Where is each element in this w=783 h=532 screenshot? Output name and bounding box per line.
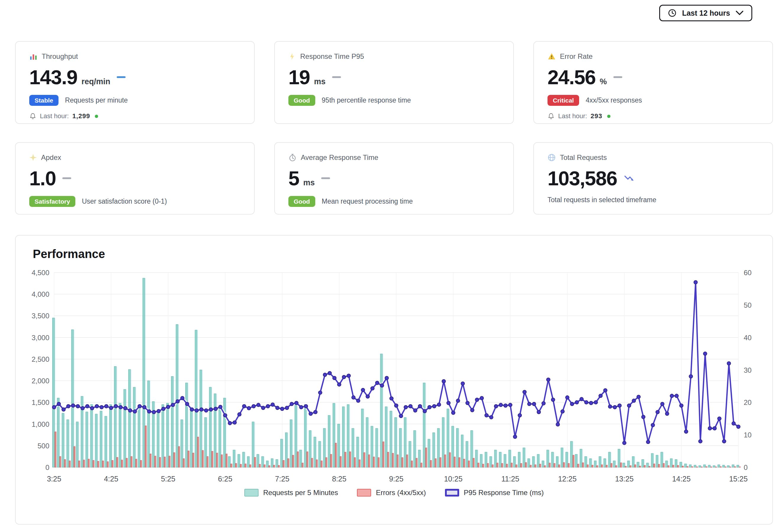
bar-errors[interactable] (616, 466, 617, 467)
bar-requests[interactable] (138, 407, 140, 467)
p95-point[interactable] (418, 405, 421, 408)
p95-point[interactable] (114, 405, 118, 408)
bar-errors[interactable] (587, 465, 589, 467)
bar-errors[interactable] (601, 465, 603, 467)
bar-requests[interactable] (480, 454, 482, 467)
bar-errors[interactable] (269, 466, 270, 467)
p95-point[interactable] (485, 413, 489, 417)
bar-requests[interactable] (371, 426, 373, 467)
bar-requests[interactable] (546, 450, 549, 467)
p95-point[interactable] (589, 401, 593, 405)
bar-requests[interactable] (162, 405, 164, 467)
bar-requests[interactable] (333, 403, 335, 467)
bar-requests[interactable] (347, 405, 349, 467)
bar-requests[interactable] (613, 461, 615, 467)
p95-point[interactable] (490, 415, 493, 419)
bar-requests[interactable] (513, 456, 515, 467)
bar-requests[interactable] (124, 389, 126, 467)
bar-requests[interactable] (632, 456, 634, 467)
bar-errors[interactable] (169, 456, 170, 467)
bar-requests[interactable] (414, 431, 416, 467)
p95-point[interactable] (641, 415, 645, 419)
p95-point[interactable] (613, 406, 617, 409)
bar-requests[interactable] (190, 411, 192, 467)
p95-point[interactable] (338, 383, 341, 386)
bar-requests[interactable] (380, 354, 382, 467)
p95-point[interactable] (257, 403, 260, 407)
bar-requests[interactable] (457, 428, 459, 467)
p95-point[interactable] (466, 401, 469, 405)
p95-point[interactable] (128, 409, 132, 412)
p95-point[interactable] (318, 391, 322, 394)
bar-errors[interactable] (102, 461, 104, 467)
bar-requests[interactable] (57, 398, 59, 467)
p95-point[interactable] (508, 403, 512, 407)
bar-requests[interactable] (385, 407, 387, 467)
p95-point[interactable] (71, 404, 75, 407)
bar-requests[interactable] (219, 409, 221, 467)
bar-requests[interactable] (551, 452, 554, 467)
p95-point[interactable] (637, 395, 640, 399)
p95-point[interactable] (585, 401, 588, 404)
bar-errors[interactable] (74, 446, 75, 467)
p95-point[interactable] (238, 413, 241, 416)
bar-errors[interactable] (155, 456, 156, 467)
p95-point[interactable] (737, 425, 740, 429)
bar-errors[interactable] (240, 464, 241, 467)
bar-requests[interactable] (732, 465, 734, 467)
bar-errors[interactable] (649, 466, 650, 467)
p95-point[interactable] (475, 398, 479, 402)
bar-errors[interactable] (93, 461, 94, 467)
p95-point[interactable] (523, 390, 526, 394)
p95-point[interactable] (433, 405, 436, 408)
bar-errors[interactable] (83, 460, 85, 467)
bar-errors[interactable] (715, 467, 717, 467)
bar-errors[interactable] (359, 460, 361, 467)
bar-errors[interactable] (630, 466, 631, 467)
bar-requests[interactable] (608, 452, 610, 467)
bar-requests[interactable] (71, 330, 73, 467)
bar-errors[interactable] (478, 463, 479, 467)
bar-requests[interactable] (528, 459, 530, 467)
bar-requests[interactable] (171, 376, 174, 467)
bar-errors[interactable] (226, 454, 227, 467)
bar-errors[interactable] (563, 463, 565, 467)
bar-requests[interactable] (718, 465, 720, 467)
p95-point[interactable] (328, 371, 332, 375)
bar-requests[interactable] (566, 452, 568, 467)
bar-errors[interactable] (378, 458, 379, 467)
bar-errors[interactable] (325, 458, 327, 467)
p95-point[interactable] (100, 406, 103, 409)
bar-requests[interactable] (209, 387, 211, 467)
bar-requests[interactable] (494, 450, 496, 467)
bar-requests[interactable] (518, 452, 520, 467)
bar-errors[interactable] (644, 465, 646, 467)
bar-errors[interactable] (364, 452, 365, 467)
bar-errors[interactable] (292, 455, 294, 467)
p95-point[interactable] (323, 373, 327, 377)
bar-requests[interactable] (271, 459, 273, 467)
bar-requests[interactable] (362, 409, 364, 467)
p95-point[interactable] (527, 402, 531, 406)
bar-requests[interactable] (176, 324, 178, 467)
bar-requests[interactable] (713, 466, 715, 467)
bar-errors[interactable] (539, 464, 541, 467)
p95-point[interactable] (608, 405, 612, 408)
bar-requests[interactable] (290, 420, 292, 467)
p95-point[interactable] (480, 396, 484, 400)
bar-errors[interactable] (463, 459, 465, 467)
bar-errors[interactable] (387, 452, 389, 467)
bar-errors[interactable] (321, 461, 322, 467)
bar-errors[interactable] (159, 457, 161, 467)
bar-errors[interactable] (230, 464, 232, 467)
bar-requests[interactable] (395, 418, 397, 467)
bar-errors[interactable] (183, 459, 184, 467)
bar-errors[interactable] (349, 451, 351, 467)
bar-errors[interactable] (406, 455, 408, 467)
p95-point[interactable] (271, 403, 275, 406)
bar-requests[interactable] (452, 426, 454, 467)
bar-requests[interactable] (148, 381, 150, 467)
p95-point[interactable] (205, 409, 208, 412)
bar-requests[interactable] (67, 420, 69, 467)
bar-errors[interactable] (711, 467, 712, 467)
